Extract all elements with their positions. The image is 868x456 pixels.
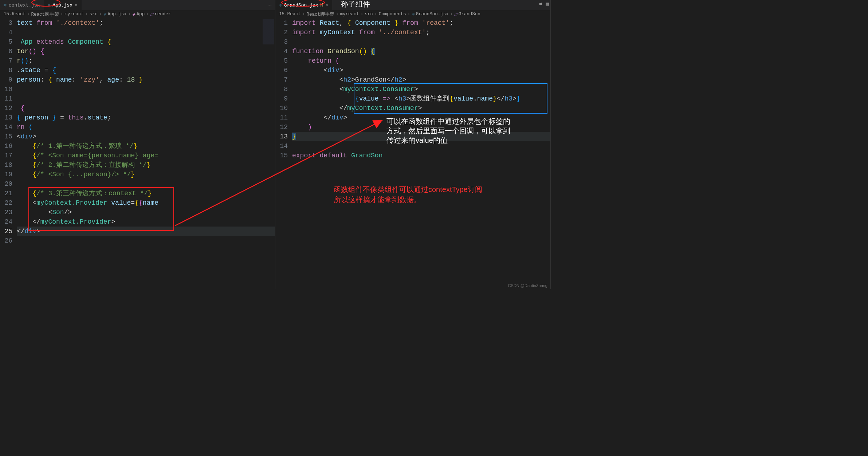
code-area-left[interactable]: text from './context'; App extends Compo…: [17, 18, 275, 289]
tab-bar-right: ⚛ GrandSon.jsx M ×: [275, 0, 550, 10]
left-editor-pane: ⚛ context.jsx ⚛ App.jsx × ⋯ 15.React› Re…: [0, 0, 275, 289]
close-icon[interactable]: ×: [325, 3, 328, 8]
tab-overflow-button[interactable]: ⋯: [265, 0, 275, 10]
line-gutter: 1234 5678 9101112 131415: [275, 18, 292, 289]
breadcrumbs-left[interactable]: 15.React› React脚手架› myreact› src› ⚛App.j…: [0, 10, 275, 18]
react-icon: ⚛: [4, 2, 7, 8]
editor-left[interactable]: 3456 78910 11121314 15161718 19202122 23…: [0, 18, 275, 289]
react-icon: ⚛: [48, 2, 51, 8]
tab-bar-left: ⚛ context.jsx ⚛ App.jsx × ⋯: [0, 0, 275, 10]
editor-action-icons: ⇄ ▤: [539, 1, 549, 7]
close-icon[interactable]: ×: [75, 3, 78, 8]
line-gutter: 3456 78910 11121314 15161718 19202122 23…: [0, 18, 17, 289]
minimap[interactable]: [263, 19, 274, 44]
tab-context[interactable]: ⚛ context.jsx: [0, 0, 44, 10]
editor-right[interactable]: 1234 5678 9101112 131415 import React, {…: [275, 18, 550, 289]
tab-label: App.jsx: [52, 3, 72, 8]
tab-app[interactable]: ⚛ App.jsx ×: [44, 0, 82, 10]
watermark: CSDN @DantinZhang: [508, 283, 547, 288]
code-area-right[interactable]: import React, { Component } from 'react'…: [292, 18, 550, 289]
react-icon: ⚛: [279, 2, 282, 8]
modified-indicator: M: [320, 3, 323, 8]
tab-label: context.jsx: [9, 3, 40, 8]
tab-grandson[interactable]: ⚛ GrandSon.jsx M ×: [275, 0, 332, 10]
right-editor-pane: ⚛ GrandSon.jsx M × ⇄ ▤ 孙子组件 15.React› Re…: [275, 0, 551, 289]
compare-icon[interactable]: ⇄: [539, 1, 542, 7]
tab-label: GrandSon.jsx: [284, 3, 318, 8]
breadcrumbs-right[interactable]: 15.React› React脚手架› myreact› src› Compon…: [275, 10, 550, 18]
split-icon[interactable]: ▤: [546, 1, 549, 7]
